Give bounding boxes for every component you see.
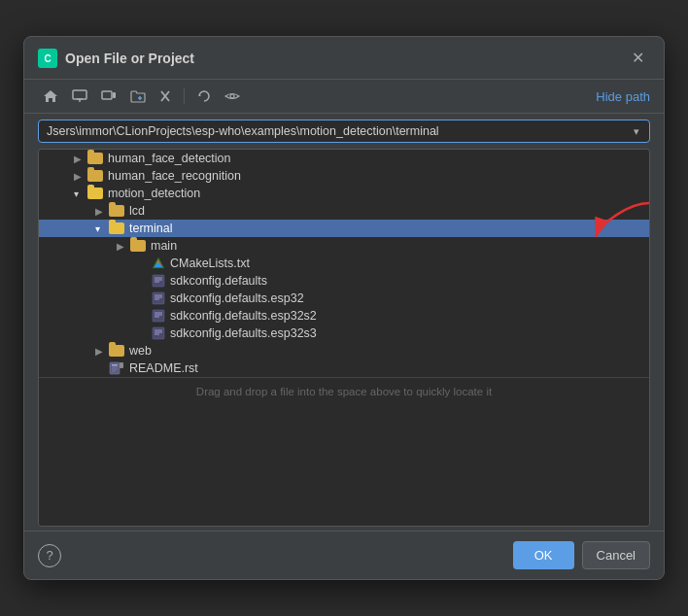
item-label: sdkconfig.defaults.esp32 [170,291,304,305]
home-icon [43,89,58,103]
svg-rect-5 [102,91,112,99]
path-bar: Jsers\immor\CLionProjects\esp-who\exampl… [38,120,650,143]
tree-item-sdkconfig-esp32[interactable]: sdkconfig.defaults.esp32 [39,290,649,307]
item-label: CMakeLists.txt [170,257,250,270]
svg-text:C: C [44,53,51,64]
svg-rect-33 [110,362,120,374]
expand-arrow: ▶ [95,346,109,357]
item-label: sdkconfig.defaults.esp32s2 [170,309,317,323]
sdkconfig-icon [152,309,165,323]
rst-icon [109,361,124,375]
expand-arrow: ▶ [117,241,130,252]
svg-rect-25 [153,310,164,322]
tree-item-sdkconfig-esp32s2[interactable]: sdkconfig.defaults.esp32s2 [39,307,649,325]
svg-rect-35 [120,362,123,368]
folder-icon [109,222,124,234]
dialog-footer: ? OK Cancel [24,530,664,579]
expand-arrow: ▶ [74,171,87,182]
toolbar: Hide path [24,80,664,114]
item-label: README.rst [129,361,198,375]
expand-arrow: ▾ [95,223,109,234]
hide-path-button[interactable]: Hide path [596,89,650,104]
computer-icon [101,89,117,103]
tree-item-human-face-recognition[interactable]: ▶ human_face_recognition [39,167,649,185]
folder-icon [87,153,103,164]
item-label: lcd [129,204,145,218]
expand-arrow: ▾ [74,188,87,199]
file-tree[interactable]: ▶ human_face_detection ▶ human_face_reco… [38,149,650,527]
svg-rect-21 [153,292,164,304]
refresh-button[interactable] [192,86,216,107]
svg-rect-29 [153,327,164,339]
my-computer-button[interactable] [96,86,121,107]
svg-rect-34 [112,364,118,366]
show-hidden-button[interactable] [220,86,245,106]
dialog-title: Open File or Project [65,51,626,66]
tree-item-lcd[interactable]: ▶ lcd [39,202,649,220]
desktop-button[interactable] [67,86,92,107]
tree-item-motion-detection[interactable]: ▾ motion_detection [39,185,649,202]
eye-icon [224,90,240,102]
refresh-icon [197,89,211,103]
delete-icon [159,89,171,103]
tree-item-web[interactable]: ▶ web [39,342,649,359]
tree-item-main[interactable]: ▶ main [39,237,649,255]
sdkconfig-icon [152,291,165,305]
folder-icon [87,188,103,199]
item-label: sdkconfig.defaults [170,274,267,288]
path-dropdown-arrow[interactable]: ▾ [632,125,641,138]
drag-hint: Drag and drop a file into the space abov… [39,377,649,405]
svg-rect-6 [113,92,116,98]
ok-button[interactable]: OK [513,541,574,569]
cancel-button[interactable]: Cancel [582,541,650,569]
item-label: human_face_detection [108,152,230,165]
tree-item-readme[interactable]: README.rst [39,359,649,377]
close-button[interactable]: ✕ [626,47,650,69]
home-button[interactable] [38,86,63,107]
app-icon: C [38,49,57,68]
folder-icon [109,205,124,217]
svg-rect-2 [73,90,86,99]
expand-arrow: ▶ [74,154,87,164]
svg-point-11 [230,94,234,98]
sdkconfig-icon [152,274,165,288]
toolbar-separator [184,88,185,104]
folder-icon [87,170,103,182]
folder-icon [130,240,146,252]
expand-arrow: ▶ [95,206,109,217]
open-file-dialog: C Open File or Project ✕ [23,36,665,580]
desktop-icon [72,89,87,103]
folder-icon [109,345,124,357]
title-bar: C Open File or Project ✕ [24,37,664,80]
item-label: terminal [129,222,172,235]
tree-item-sdkconfig-esp32s3[interactable]: sdkconfig.defaults.esp32s3 [39,325,649,342]
item-label: web [129,344,152,358]
new-folder-icon [130,89,146,103]
path-text: Jsers\immor\CLionProjects\esp-who\exampl… [47,124,632,138]
item-label: main [151,239,177,253]
svg-rect-17 [153,275,164,287]
tree-item-cmakelists[interactable]: CMakeLists.txt [39,255,649,272]
delete-button[interactable] [155,86,176,107]
footer-actions: OK Cancel [513,541,650,569]
item-label: motion_detection [108,187,200,200]
tree-item-terminal[interactable]: ▾ terminal [39,220,649,237]
new-folder-button[interactable] [125,86,151,107]
tree-item-sdkconfig-defaults[interactable]: sdkconfig.defaults [39,272,649,290]
item-label: human_face_recognition [108,169,241,183]
cmake-icon [152,257,165,270]
tree-item-human-face-detection[interactable]: ▶ human_face_detection [39,150,649,167]
sdkconfig-icon [152,326,165,340]
item-label: sdkconfig.defaults.esp32s3 [170,326,317,340]
help-button[interactable]: ? [38,544,61,567]
